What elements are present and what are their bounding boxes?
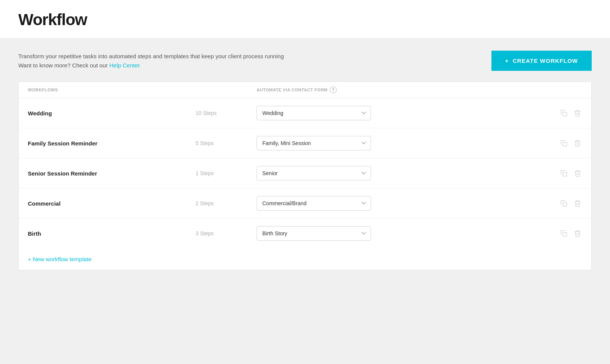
workflow-automate: SeniorWeddingFamilyCommercial/BrandBirth…: [257, 166, 552, 180]
workflow-actions: [552, 169, 582, 178]
workflow-name: Commercial: [28, 200, 196, 207]
copy-button[interactable]: [559, 229, 568, 238]
workflow-actions: [552, 139, 582, 148]
delete-button[interactable]: [573, 139, 582, 148]
automate-select[interactable]: SeniorWeddingFamilyCommercial/BrandBirth…: [257, 166, 371, 180]
workflow-name: Family Session Reminder: [28, 140, 196, 147]
workflows-table: WORKFLOWS AUTOMATE VIA CONTACT FORM ? We…: [18, 81, 592, 270]
workflow-automate: Commercial/BrandWeddingFamilySeniorBirth…: [257, 196, 552, 211]
col-workflows-header: WORKFLOWS: [28, 88, 196, 92]
svg-rect-4: [563, 233, 567, 236]
workflow-steps: 2 Steps: [196, 200, 257, 206]
create-workflow-button[interactable]: + CREATE WORKFLOW: [491, 51, 592, 71]
svg-rect-1: [563, 142, 567, 146]
workflow-steps: 10 Steps: [196, 110, 257, 116]
table-row: Commercial 2 Steps Commercial/BrandWeddi…: [19, 188, 591, 219]
help-center-link[interactable]: Help Center.: [109, 62, 141, 69]
workflow-actions: [552, 199, 582, 208]
delete-button[interactable]: [573, 109, 582, 118]
workflow-rows-container: Wedding 10 Steps WeddingFamilySeniorComm…: [19, 98, 591, 248]
table-row: Family Session Reminder 5 Steps Family, …: [19, 128, 591, 158]
delete-button[interactable]: [573, 169, 582, 178]
automate-select[interactable]: Commercial/BrandWeddingFamilySeniorBirth…: [257, 196, 371, 211]
svg-rect-0: [563, 112, 567, 116]
delete-button[interactable]: [573, 199, 582, 208]
automate-select[interactable]: Birth StoryWeddingFamilySeniorCommercial…: [257, 226, 371, 241]
automate-select[interactable]: WeddingFamilySeniorCommercial/BrandBirth…: [257, 106, 371, 120]
workflow-steps: 1 Steps: [196, 170, 257, 176]
create-button-label: CREATE WORKFLOW: [513, 57, 578, 64]
workflow-steps: 3 Steps: [196, 230, 257, 236]
intro-line1: Transform your repetitive tasks into aut…: [18, 52, 284, 61]
copy-button[interactable]: [559, 139, 568, 148]
col-automate-header: AUTOMATE VIA CONTACT FORM ?: [257, 86, 552, 93]
intro-section: Transform your repetitive tasks into aut…: [18, 51, 592, 71]
workflow-automate: Birth StoryWeddingFamilySeniorCommercial…: [257, 226, 552, 241]
svg-rect-3: [563, 203, 567, 206]
automate-help-icon[interactable]: ?: [330, 86, 337, 93]
copy-button[interactable]: [559, 199, 568, 208]
workflow-name: Birth: [28, 230, 196, 237]
workflow-actions: [552, 109, 582, 118]
new-workflow-template-button[interactable]: + New workflow template: [28, 256, 92, 262]
new-workflow-section: + New workflow template: [19, 248, 591, 270]
workflow-automate: Family, Mini SessionWeddingSeniorCommerc…: [257, 136, 552, 150]
table-header: WORKFLOWS AUTOMATE VIA CONTACT FORM ?: [19, 82, 591, 98]
workflow-steps: 5 Steps: [196, 140, 257, 146]
page-title: Workflow: [18, 11, 592, 29]
workflow-name: Senior Session Reminder: [28, 170, 196, 177]
table-row: Wedding 10 Steps WeddingFamilySeniorComm…: [19, 98, 591, 128]
create-plus-icon: +: [505, 57, 509, 64]
automate-select[interactable]: Family, Mini SessionWeddingSeniorCommerc…: [257, 136, 371, 150]
table-row: Birth 3 Steps Birth StoryWeddingFamilySe…: [19, 219, 591, 248]
copy-button[interactable]: [559, 109, 568, 118]
table-row: Senior Session Reminder 1 Steps SeniorWe…: [19, 158, 591, 188]
new-workflow-label: + New workflow template: [28, 256, 92, 262]
workflow-actions: [552, 229, 582, 238]
intro-text: Transform your repetitive tasks into aut…: [18, 52, 284, 70]
intro-line2: Want to know more? Check out our Help Ce…: [18, 61, 284, 70]
delete-button[interactable]: [573, 229, 582, 238]
svg-rect-2: [563, 172, 567, 176]
workflow-name: Wedding: [28, 110, 196, 117]
workflow-automate: WeddingFamilySeniorCommercial/BrandBirth…: [257, 106, 552, 120]
copy-button[interactable]: [559, 169, 568, 178]
